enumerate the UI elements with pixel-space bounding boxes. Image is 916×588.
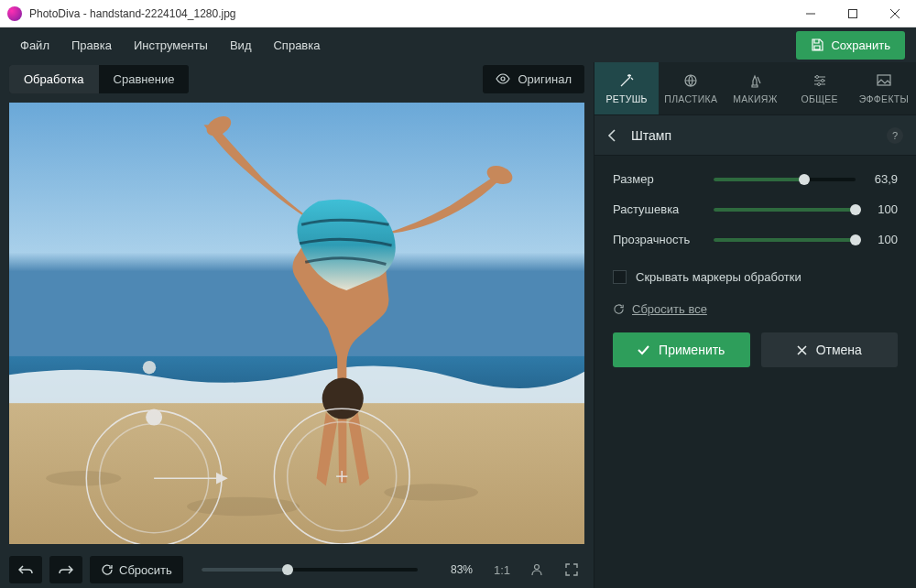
- chevron-left-icon: [607, 129, 616, 142]
- slider-feather-thumb[interactable]: [850, 204, 861, 215]
- menu-help[interactable]: Справка: [264, 33, 329, 58]
- back-button[interactable]: [607, 129, 626, 142]
- app-frame: Файл Правка Инструменты Вид Справка Сохр…: [0, 27, 916, 588]
- tab-process[interactable]: Обработка: [9, 65, 99, 93]
- editor-tabs: Обработка Сравнение: [9, 65, 189, 93]
- category-retouch-label: РЕТУШЬ: [605, 93, 647, 104]
- sliders-icon: [812, 72, 828, 89]
- redo-button[interactable]: [49, 556, 82, 583]
- svg-point-22: [815, 76, 818, 79]
- category-effects-label: ЭФФЕКТЫ: [859, 93, 909, 104]
- category-effects[interactable]: ЭФФЕКТЫ: [852, 62, 916, 114]
- window-titlebar: PhotoDiva - handstand-2224104_1280.jpg: [0, 0, 916, 27]
- svg-point-7: [384, 484, 478, 500]
- slider-opacity-track[interactable]: [714, 238, 856, 242]
- original-toggle-label: Оригинал: [518, 72, 572, 86]
- save-icon: [811, 38, 823, 51]
- save-button[interactable]: Сохранить: [796, 31, 905, 60]
- svg-point-10: [322, 377, 364, 419]
- tool-title: Штамп: [631, 128, 671, 143]
- refresh-icon: [101, 563, 114, 576]
- category-plastic[interactable]: ПЛАСТИКА: [659, 62, 723, 114]
- slider-opacity-thumb[interactable]: [850, 234, 861, 245]
- svg-point-13: [147, 409, 161, 424]
- slider-size-label: Размер: [613, 172, 703, 186]
- menu-file[interactable]: Файл: [11, 33, 59, 58]
- category-retouch[interactable]: РЕТУШЬ: [594, 62, 659, 114]
- hide-markers-label: Скрывать маркеры обработки: [636, 270, 802, 284]
- editor-top-row: Обработка Сравнение Оригинал: [9, 62, 584, 95]
- globe-icon: [682, 72, 699, 89]
- original-toggle-button[interactable]: Оригинал: [483, 65, 584, 93]
- minimize-button[interactable]: [790, 0, 832, 27]
- svg-point-20: [535, 565, 540, 570]
- editor-column: Обработка Сравнение Оригинал: [0, 62, 594, 588]
- svg-rect-0: [849, 9, 857, 17]
- reset-all-link[interactable]: Сбросить все: [632, 302, 707, 316]
- editor-bottom-bar: Сбросить 83% 1:1: [9, 551, 584, 588]
- save-button-label: Сохранить: [831, 38, 890, 52]
- slider-feather-track[interactable]: [714, 208, 856, 212]
- hide-markers-checkbox[interactable]: [613, 270, 627, 284]
- redo-icon: [59, 564, 73, 575]
- eye-icon: [496, 73, 510, 84]
- side-panel: РЕТУШЬ ПЛАСТИКА МАКИЯЖ ОБЩЕЕ ЭФФЕКТЫ: [594, 62, 916, 588]
- window-title: PhotoDiva - handstand-2224104_1280.jpg: [29, 7, 790, 20]
- zoom-thumb[interactable]: [282, 564, 293, 575]
- menu-tools[interactable]: Инструменты: [125, 33, 217, 58]
- help-button[interactable]: ?: [887, 127, 903, 144]
- svg-point-19: [143, 361, 156, 374]
- category-makeup[interactable]: МАКИЯЖ: [723, 62, 787, 114]
- slider-feather-fill: [714, 208, 856, 212]
- reset-button-label: Сбросить: [119, 563, 172, 577]
- slider-feather-value: 100: [867, 202, 898, 216]
- slider-feather: Растушевка 100: [613, 202, 898, 216]
- svg-point-1: [501, 77, 505, 81]
- fullscreen-button[interactable]: [559, 557, 584, 583]
- menu-edit[interactable]: Правка: [62, 33, 121, 58]
- svg-point-24: [817, 83, 820, 86]
- window-controls: [790, 0, 916, 27]
- category-common[interactable]: ОБЩЕЕ: [788, 62, 852, 114]
- category-tabs: РЕТУШЬ ПЛАСТИКА МАКИЯЖ ОБЩЕЕ ЭФФЕКТЫ: [594, 62, 916, 115]
- reset-all-row: Сбросить все: [594, 297, 916, 332]
- zoom-fill: [202, 568, 288, 572]
- menu-view[interactable]: Вид: [221, 33, 261, 58]
- zoom-value: 83%: [436, 563, 473, 576]
- close-button[interactable]: [874, 0, 916, 27]
- undo-icon: [18, 564, 33, 575]
- reset-button[interactable]: Сбросить: [90, 556, 183, 583]
- svg-point-5: [46, 471, 121, 485]
- slider-size-thumb[interactable]: [799, 174, 810, 185]
- content-row: Обработка Сравнение Оригинал: [0, 62, 916, 588]
- slider-group: Размер 63,9 Растушевка 100 П: [594, 156, 916, 270]
- fit-person-button[interactable]: [524, 557, 550, 583]
- hide-markers-row: Скрывать маркеры обработки: [594, 270, 916, 297]
- category-makeup-label: МАКИЯЖ: [733, 93, 778, 104]
- svg-rect-2: [9, 103, 584, 375]
- slider-size-track[interactable]: [714, 178, 856, 181]
- maximize-button[interactable]: [832, 0, 874, 27]
- app-logo-icon: [7, 6, 22, 21]
- menu-bar: Файл Правка Инструменты Вид Справка Сохр…: [0, 27, 916, 62]
- zoom-slider[interactable]: [202, 568, 418, 572]
- refresh-icon: [613, 303, 625, 315]
- view-icons: 1:1: [489, 557, 584, 583]
- tool-header: Штамп ?: [594, 115, 916, 156]
- apply-button-label: Применить: [659, 343, 725, 357]
- svg-rect-25: [878, 75, 890, 85]
- one-to-one-button[interactable]: 1:1: [489, 557, 515, 583]
- apply-button[interactable]: Применить: [613, 332, 750, 367]
- cancel-button[interactable]: Отмена: [761, 332, 899, 367]
- undo-button[interactable]: [9, 556, 42, 583]
- slider-feather-label: Растушевка: [613, 202, 703, 216]
- slider-opacity: Прозрачность 100: [613, 233, 898, 246]
- wand-icon: [618, 72, 635, 89]
- image-icon: [876, 72, 892, 89]
- image-canvas[interactable]: [9, 103, 584, 544]
- category-common-label: ОБЩЕЕ: [802, 93, 838, 104]
- slider-size-value: 63,9: [867, 172, 898, 186]
- expand-icon: [565, 563, 578, 576]
- tab-compare[interactable]: Сравнение: [99, 65, 190, 93]
- person-icon: [530, 563, 543, 576]
